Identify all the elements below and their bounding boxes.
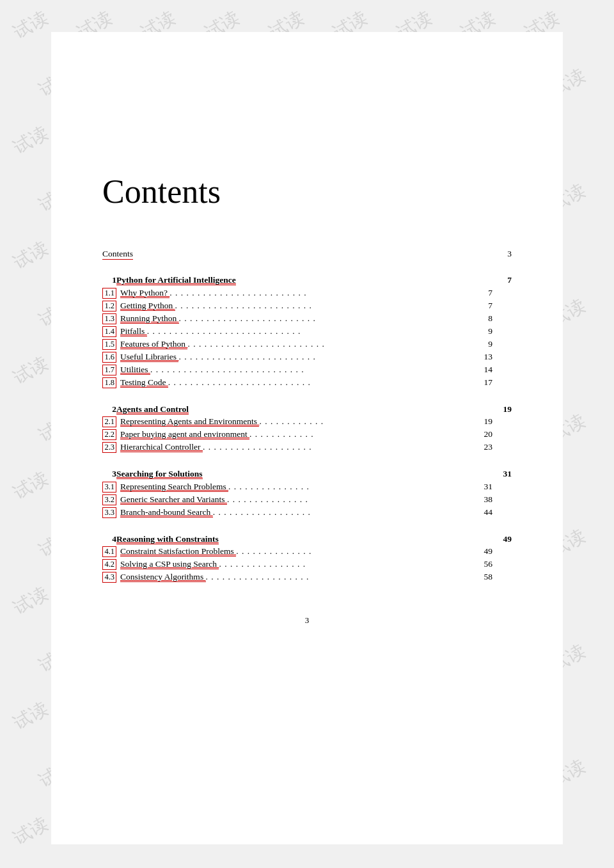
section-number[interactable]: 1.2 xyxy=(102,299,116,312)
chapter-page: 19 xyxy=(492,395,512,416)
chapter-title[interactable]: Agents and Control xyxy=(116,395,492,416)
section-number[interactable]: 1.6 xyxy=(102,351,116,363)
section-title[interactable]: Hierarchical Controller . . . . . . . . … xyxy=(116,441,473,454)
section-number[interactable]: 3.1 xyxy=(102,480,116,493)
section-title[interactable]: Branch-and-bound Search . . . . . . . . … xyxy=(116,506,473,519)
section-title[interactable]: Useful Libraries . . . . . . . . . . . .… xyxy=(116,351,473,363)
section-page: 31 xyxy=(473,480,492,493)
chapter-page: 7 xyxy=(492,266,512,287)
page-content: Contents Contents 3 1Python for Artifici… xyxy=(51,32,563,844)
chapter-page: 49 xyxy=(492,525,512,546)
section-title[interactable]: Features of Python . . . . . . . . . . .… xyxy=(116,338,473,351)
contents-header-link[interactable]: Contents xyxy=(102,249,133,260)
section-title[interactable]: Solving a CSP using Search . . . . . . .… xyxy=(116,558,473,571)
section-page: 23 xyxy=(473,441,492,454)
section-row: 1.4Pitfalls . . . . . . . . . . . . . . … xyxy=(102,325,512,338)
section-page: 58 xyxy=(473,571,492,584)
section-row: 1.2Getting Python . . . . . . . . . . . … xyxy=(102,299,512,312)
chapter-row: 2Agents and Control19 xyxy=(102,395,512,416)
section-page: 7 xyxy=(473,287,492,299)
chapter-number: 1 xyxy=(102,266,116,287)
section-row: 1.6Useful Libraries . . . . . . . . . . … xyxy=(102,351,512,363)
section-number[interactable]: 2.1 xyxy=(102,416,116,429)
spacer-row xyxy=(102,389,512,395)
section-title[interactable]: Consistency Algorithms . . . . . . . . .… xyxy=(116,571,473,584)
section-row: 2.3Hierarchical Controller . . . . . . .… xyxy=(102,441,512,454)
section-row: 2.2Paper buying agent and environment . … xyxy=(102,429,512,441)
section-row: 1.3Running Python . . . . . . . . . . . … xyxy=(102,312,512,325)
section-row: 1.1Why Python? . . . . . . . . . . . . .… xyxy=(102,287,512,299)
section-number[interactable]: 1.7 xyxy=(102,363,116,376)
section-number[interactable]: 1.8 xyxy=(102,376,116,389)
section-number[interactable]: 1.4 xyxy=(102,325,116,338)
toc-table: 1Python for Artificial Intelligence71.1W… xyxy=(102,266,512,590)
section-row: 2.1Representing Agents and Environments … xyxy=(102,416,512,429)
chapter-row: 3Searching for Solutions31 xyxy=(102,460,512,480)
section-page: 9 xyxy=(473,338,492,351)
section-page: 8 xyxy=(473,312,492,325)
section-row: 4.3Consistency Algorithms . . . . . . . … xyxy=(102,571,512,584)
section-number[interactable]: 2.2 xyxy=(102,429,116,441)
section-title[interactable]: Why Python? . . . . . . . . . . . . . . … xyxy=(116,287,473,299)
section-row: 3.1Representing Search Problems . . . . … xyxy=(102,480,512,493)
spacer-row xyxy=(102,519,512,525)
section-number[interactable]: 3.2 xyxy=(102,493,116,506)
section-title[interactable]: Pitfalls . . . . . . . . . . . . . . . .… xyxy=(116,325,473,338)
section-row: 1.8Testing Code . . . . . . . . . . . . … xyxy=(102,376,512,389)
section-page: 56 xyxy=(473,558,492,571)
section-title[interactable]: Utilities . . . . . . . . . . . . . . . … xyxy=(116,363,473,376)
section-number[interactable]: 4.3 xyxy=(102,571,116,584)
section-number[interactable]: 4.1 xyxy=(102,546,116,558)
contents-header-page: 3 xyxy=(507,249,512,259)
section-row: 4.1Constraint Satisfaction Problems . . … xyxy=(102,546,512,558)
section-page: 20 xyxy=(473,429,492,441)
section-page: 9 xyxy=(473,325,492,338)
section-number[interactable]: 4.2 xyxy=(102,558,116,571)
chapter-row: 1Python for Artificial Intelligence7 xyxy=(102,266,512,287)
chapter-number: 2 xyxy=(102,395,116,416)
section-page: 14 xyxy=(473,363,492,376)
section-page: 38 xyxy=(473,493,492,506)
chapter-title[interactable]: Reasoning with Constraints xyxy=(116,525,492,546)
section-page: 7 xyxy=(473,299,492,312)
chapter-number: 3 xyxy=(102,460,116,480)
section-row: 3.3Branch-and-bound Search . . . . . . .… xyxy=(102,506,512,519)
chapter-title[interactable]: Python for Artificial Intelligence xyxy=(116,266,492,287)
section-number[interactable]: 1.5 xyxy=(102,338,116,351)
section-title[interactable]: Representing Search Problems . . . . . .… xyxy=(116,480,473,493)
bottom-page-number: 3 xyxy=(102,615,512,626)
section-page: 49 xyxy=(473,546,492,558)
section-number[interactable]: 1.3 xyxy=(102,312,116,325)
section-title[interactable]: Generic Searcher and Variants . . . . . … xyxy=(116,493,473,506)
section-title[interactable]: Constraint Satisfaction Problems . . . .… xyxy=(116,546,473,558)
toc-header: Contents 3 xyxy=(102,249,512,260)
section-page: 17 xyxy=(473,376,492,389)
section-page: 13 xyxy=(473,351,492,363)
section-title[interactable]: Getting Python . . . . . . . . . . . . .… xyxy=(116,299,473,312)
section-title[interactable]: Running Python . . . . . . . . . . . . .… xyxy=(116,312,473,325)
section-row: 4.2Solving a CSP using Search . . . . . … xyxy=(102,558,512,571)
section-page: 44 xyxy=(473,506,492,519)
chapter-number: 4 xyxy=(102,525,116,546)
section-number[interactable]: 1.1 xyxy=(102,287,116,299)
chapter-row: 4Reasoning with Constraints49 xyxy=(102,525,512,546)
chapter-page: 31 xyxy=(492,460,512,480)
section-page: 19 xyxy=(473,416,492,429)
section-title[interactable]: Paper buying agent and environment . . .… xyxy=(116,429,473,441)
section-row: 3.2Generic Searcher and Variants . . . .… xyxy=(102,493,512,506)
spacer-row xyxy=(102,454,512,461)
spacer-row xyxy=(102,584,512,590)
section-row: 1.5Features of Python . . . . . . . . . … xyxy=(102,338,512,351)
section-row: 1.7Utilities . . . . . . . . . . . . . .… xyxy=(102,363,512,376)
section-number[interactable]: 2.3 xyxy=(102,441,116,454)
page-title: Contents xyxy=(102,173,512,210)
section-title[interactable]: Testing Code . . . . . . . . . . . . . .… xyxy=(116,376,473,389)
chapter-title[interactable]: Searching for Solutions xyxy=(116,460,492,480)
section-number[interactable]: 3.3 xyxy=(102,506,116,519)
section-title[interactable]: Representing Agents and Environments . .… xyxy=(116,416,473,429)
